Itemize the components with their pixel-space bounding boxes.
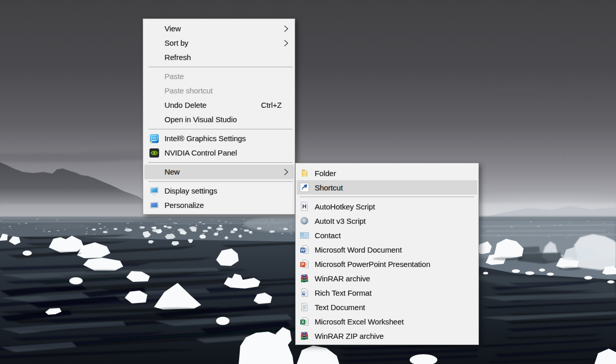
svg-text:W: W [301, 247, 305, 253]
svg-text:X: X [301, 319, 304, 324]
svg-text:H: H [302, 203, 306, 209]
svg-text:W: W [302, 292, 305, 295]
svg-text:P: P [301, 262, 304, 267]
